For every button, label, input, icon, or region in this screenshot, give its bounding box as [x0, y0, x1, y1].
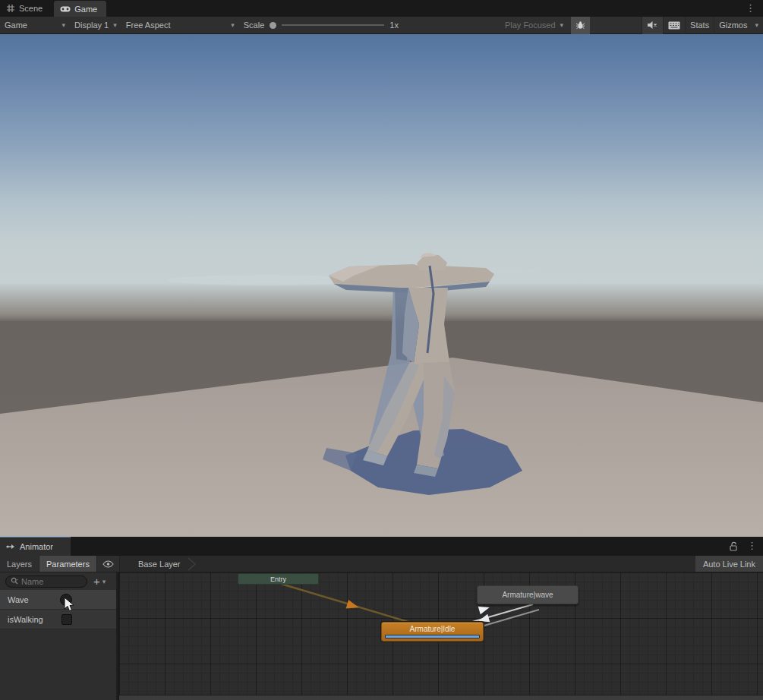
add-parameter-button[interactable]: +	[93, 575, 100, 588]
stats-button[interactable]: Stats	[686, 17, 714, 34]
debug-bug-button[interactable]	[571, 17, 590, 34]
mute-audio-button[interactable]	[642, 17, 663, 34]
game-render-view[interactable]	[0, 34, 763, 537]
state-node-entry[interactable]: Entry	[238, 573, 319, 585]
state-machine-graph[interactable]: Entry Armature|wave Armature|Idle	[119, 572, 763, 695]
stats-label: Stats	[690, 20, 709, 30]
parameter-name: Wave	[8, 595, 29, 604]
audio-muted-icon	[647, 20, 658, 30]
gizmos-dropdown[interactable]: Gizmos ▾	[714, 17, 763, 34]
tab-game-label: Game	[74, 5, 97, 14]
gizmos-label: Gizmos	[719, 20, 747, 30]
playback-progress-bar	[385, 635, 480, 639]
chevron-down-icon: ▾	[61, 21, 65, 29]
display-label: Display 1	[74, 20, 109, 30]
mouse-cursor	[64, 597, 76, 613]
aspect-dropdown[interactable]: Free Aspect ▾	[121, 17, 239, 34]
scale-slider[interactable]: Scale 1x	[239, 17, 403, 34]
display-dropdown[interactable]: Display 1 ▾	[70, 17, 121, 34]
tab-scene-label: Scene	[19, 4, 43, 13]
animator-icon	[6, 543, 16, 550]
parameter-name: isWalking	[8, 615, 43, 624]
auto-live-link-button[interactable]: Auto Live Link	[695, 556, 763, 572]
scene-render	[0, 34, 763, 537]
scale-value: 1x	[389, 20, 399, 30]
tab-game[interactable]: Game	[54, 1, 106, 17]
aspect-label: Free Aspect	[126, 20, 171, 30]
chevron-down-icon: ▾	[560, 21, 564, 29]
auto-live-link-label: Auto Live Link	[703, 560, 755, 569]
state-node-armature-idle[interactable]: Armature|Idle	[381, 622, 484, 642]
chevron-down-icon: ▾	[113, 21, 117, 29]
tab-animator[interactable]: Animator	[0, 538, 71, 556]
animator-toolbar: Layers Parameters Base Layer Auto Live L…	[0, 556, 763, 572]
game-mode-dropdown[interactable]: Game ▾	[0, 17, 70, 34]
search-input[interactable]	[21, 577, 74, 586]
lock-open-icon[interactable]	[730, 541, 738, 551]
transition-entry-idle[interactable]	[279, 583, 411, 623]
search-icon	[11, 577, 19, 585]
node-label: Armature|Idle	[410, 625, 456, 633]
grid-icon	[6, 4, 15, 13]
visibility-toggle[interactable]	[97, 556, 120, 572]
scale-slider-track[interactable]	[282, 24, 384, 26]
eye-icon	[102, 560, 114, 568]
panel-menu-icon[interactable]: ⋮	[747, 541, 757, 551]
node-label: Armature|wave	[502, 591, 553, 599]
node-label: Entry	[270, 575, 286, 583]
transition-arrow-icon	[478, 604, 490, 614]
breadcrumb-chevron-icon	[187, 557, 197, 571]
add-parameter-chevron-icon[interactable]: ▾	[102, 578, 106, 585]
gamepad-icon	[60, 5, 71, 13]
scale-label: Scale	[244, 20, 265, 30]
breadcrumb-base-layer[interactable]: Base Layer	[138, 560, 181, 569]
game-view-toolbar: Game ▾ Display 1 ▾ Free Aspect ▾ Scale 1…	[0, 17, 763, 34]
panel-controls: ⋮	[730, 541, 757, 551]
animator-panel: Animator ⋮ Layers Parameters	[0, 537, 763, 700]
graph-horizontal-scrollbar[interactable]	[119, 695, 763, 700]
layers-label: Layers	[7, 560, 32, 569]
parameter-search-row: + ▾	[0, 572, 116, 590]
view-tabbar: Scene Game ⋮	[0, 0, 763, 17]
keyboard-icon	[668, 21, 680, 30]
tab-layers[interactable]: Layers	[0, 556, 39, 572]
parameters-label: Parameters	[46, 560, 90, 569]
tab-scene[interactable]: Scene	[0, 0, 52, 17]
parameter-row-wave[interactable]: Wave	[0, 590, 116, 610]
tab-animator-label: Animator	[20, 542, 53, 551]
parameter-row-iswalking[interactable]: isWalking	[0, 610, 116, 629]
chevron-down-icon: ▾	[231, 21, 235, 29]
play-focused-dropdown[interactable]: Play Focused ▾	[500, 17, 568, 34]
search-field[interactable]	[5, 575, 87, 588]
animator-tabstrip: Animator ⋮	[0, 537, 763, 556]
game-mode-label: Game	[5, 20, 27, 30]
unity-editor-window: Scene Game ⋮ Game ▾ Display 1 ▾ Free Asp…	[0, 0, 763, 700]
parameters-panel: + ▾ Wave isWalking	[0, 572, 118, 700]
state-node-armature-wave[interactable]: Armature|wave	[477, 585, 579, 604]
keyboard-shortcuts-button[interactable]	[664, 17, 685, 34]
chevron-down-icon: ▾	[755, 21, 758, 29]
bug-icon	[575, 20, 585, 30]
scale-slider-knob[interactable]	[270, 22, 276, 29]
play-focused-label: Play Focused	[505, 20, 556, 30]
tabbar-menu-icon[interactable]: ⋮	[746, 3, 755, 14]
bool-checkbox-iswalking[interactable]	[61, 614, 72, 625]
tab-parameters[interactable]: Parameters	[39, 556, 97, 572]
breadcrumb: Base Layer	[120, 556, 197, 572]
